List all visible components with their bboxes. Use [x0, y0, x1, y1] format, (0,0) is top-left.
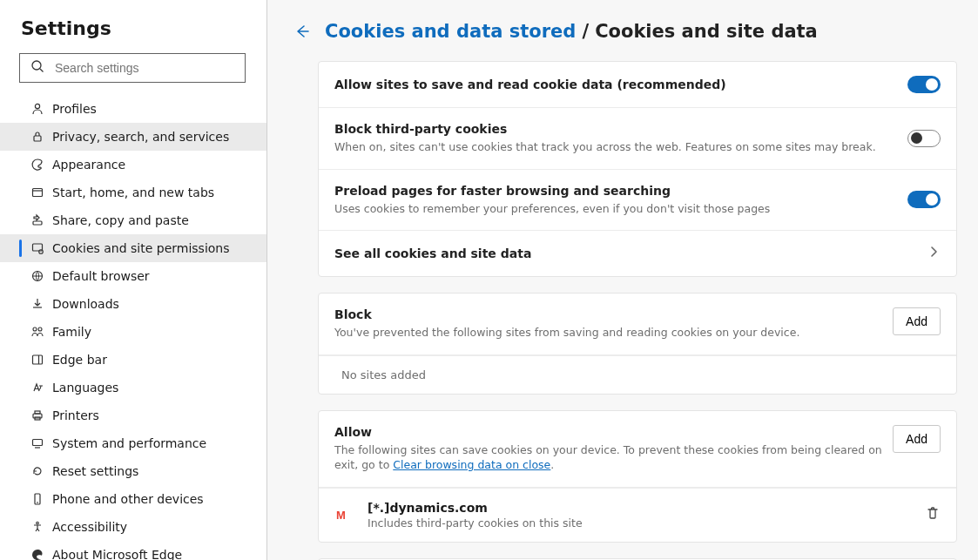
row-title: Block third-party cookies [334, 122, 907, 136]
back-button[interactable] [292, 21, 313, 42]
allow-site-row: M [*.]dynamics.com Includes third-party … [319, 488, 956, 542]
sidebar-item-downloads[interactable]: Downloads [0, 290, 266, 318]
main-content: Cookies and data stored / Cookies and si… [267, 0, 978, 560]
sidebar-item-edge-bar[interactable]: Edge bar [0, 346, 266, 374]
allow-desc: The following sites can save cookies on … [334, 442, 893, 473]
svg-point-2 [35, 104, 39, 108]
sidebar-item-accessibility[interactable]: Accessibility [0, 513, 266, 541]
sidebar-item-label: Privacy, search, and services [52, 130, 229, 144]
svg-rect-4 [33, 189, 43, 197]
sidebar-item-label: Family [52, 325, 91, 339]
sidebar-item-family[interactable]: Family [0, 318, 266, 346]
block-section-card: Block You've prevented the following sit… [318, 293, 957, 395]
appearance-icon [30, 158, 45, 172]
search-input[interactable] [55, 61, 238, 75]
svg-point-11 [38, 327, 42, 331]
sidebar-item-system[interactable]: System and performance [0, 429, 266, 457]
sidebar-item-about[interactable]: About Microsoft Edge [0, 541, 266, 560]
allow-section-card: Allow The following sites can save cooki… [318, 410, 957, 543]
sidebar-item-start[interactable]: Start, home, and new tabs [0, 179, 266, 206]
delete-site-button[interactable] [925, 505, 941, 524]
edge-icon [30, 548, 45, 560]
svg-rect-12 [33, 355, 43, 364]
svg-rect-17 [33, 440, 43, 446]
svg-text:M: M [336, 509, 346, 522]
block-empty-message: No sites added [319, 355, 956, 394]
search-box[interactable] [19, 53, 246, 83]
permissions-icon [30, 241, 45, 255]
sidebar-item-label: Downloads [52, 297, 119, 311]
settings-card: Allow sites to save and read cookie data… [318, 61, 957, 277]
breadcrumb-parent-link[interactable]: Cookies and data stored [325, 21, 576, 42]
sidebar-item-label: Start, home, and new tabs [52, 186, 214, 199]
sidebar-item-label: Appearance [52, 158, 125, 172]
sidebar-item-printers[interactable]: Printers [0, 401, 266, 429]
svg-rect-6 [33, 221, 42, 225]
sidebar-item-label: Phone and other devices [52, 492, 204, 506]
lock-icon [30, 130, 45, 144]
sidebar-item-languages[interactable]: Languages [0, 374, 266, 401]
sidebar-item-default-browser[interactable]: Default browser [0, 262, 266, 290]
row-allow-save-cookies: Allow sites to save and read cookie data… [319, 62, 956, 108]
settings-title: Settings [0, 14, 266, 53]
allow-add-button[interactable]: Add [893, 425, 941, 453]
site-favicon: M [334, 504, 355, 525]
sidebar-item-label: Reset settings [52, 464, 138, 478]
sidebar-item-label: Languages [52, 381, 118, 395]
reset-icon [30, 464, 45, 478]
toggle-preload-pages[interactable] [907, 191, 941, 208]
sidebar-item-appearance[interactable]: Appearance [0, 151, 266, 179]
sidebar-item-label: Accessibility [52, 520, 127, 534]
sidebar-item-reset[interactable]: Reset settings [0, 457, 266, 485]
block-desc: You've prevented the following sites fro… [334, 325, 893, 341]
svg-rect-15 [35, 411, 40, 414]
profile-icon [30, 102, 45, 116]
clear-browsing-data-link[interactable]: Clear browsing data on close [393, 458, 550, 471]
sidebar-item-label: Printers [52, 408, 99, 422]
block-add-button[interactable]: Add [893, 307, 941, 335]
chevron-right-icon [927, 245, 941, 262]
printer-icon [30, 408, 45, 422]
language-icon [30, 381, 45, 395]
family-icon [30, 325, 45, 339]
sidebar-item-privacy[interactable]: Privacy, search, and services [0, 123, 266, 151]
sidebar-item-cookies[interactable]: Cookies and site permissions [0, 234, 266, 262]
row-title: See all cookies and site data [334, 246, 927, 260]
sidebar-item-share[interactable]: Share, copy and paste [0, 206, 266, 234]
sidebar-item-phone[interactable]: Phone and other devices [0, 485, 266, 513]
browser-icon [30, 269, 45, 283]
settings-sidebar: Settings Profiles Privacy, search, and s… [0, 0, 267, 560]
svg-point-10 [33, 327, 37, 331]
edge-bar-icon [30, 353, 45, 367]
sidebar-item-label: Share, copy and paste [52, 213, 189, 227]
allow-section-header: Allow The following sites can save cooki… [319, 411, 956, 488]
toggle-block-third-party[interactable] [907, 130, 941, 147]
phone-icon [30, 492, 45, 506]
sidebar-item-label: System and performance [52, 436, 206, 450]
svg-point-8 [39, 250, 44, 254]
accessibility-icon [30, 520, 45, 534]
row-desc: Uses cookies to remember your preference… [334, 201, 907, 217]
system-icon [30, 436, 45, 450]
breadcrumb-separator: / [582, 21, 589, 42]
breadcrumb: Cookies and data stored / Cookies and si… [281, 21, 978, 61]
share-icon [30, 213, 45, 227]
sidebar-item-profiles[interactable]: Profiles [0, 95, 266, 123]
allow-title: Allow [334, 425, 893, 439]
block-title: Block [334, 307, 893, 321]
block-section-header: Block You've prevented the following sit… [319, 293, 956, 355]
tab-icon [30, 186, 45, 199]
sidebar-item-label: Profiles [52, 102, 97, 116]
site-sub: Includes third-party cookies on this sit… [368, 516, 925, 530]
sidebar-item-label: Cookies and site permissions [52, 241, 230, 255]
toggle-allow-save-cookies[interactable] [907, 76, 941, 93]
row-title: Preload pages for faster browsing and se… [334, 184, 907, 198]
sidebar-item-label: Edge bar [52, 353, 107, 367]
row-see-all-cookies[interactable]: See all cookies and site data [319, 231, 956, 276]
site-host: [*.]dynamics.com [368, 501, 925, 515]
row-title: Allow sites to save and read cookie data… [334, 78, 907, 91]
sidebar-item-label: Default browser [52, 269, 150, 283]
download-icon [30, 297, 45, 311]
sidebar-item-label: About Microsoft Edge [52, 548, 182, 560]
svg-line-1 [40, 69, 44, 72]
